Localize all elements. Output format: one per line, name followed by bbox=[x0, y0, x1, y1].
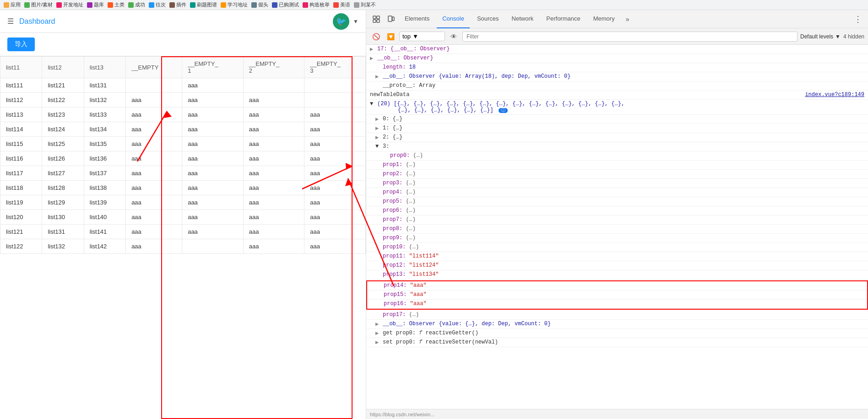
table-cell[interactable]: aaa bbox=[182, 78, 244, 93]
bookmark-jue[interactable]: 倔头 bbox=[251, 1, 268, 8]
bookmark-map[interactable]: 刷题图谱 bbox=[190, 1, 217, 8]
table-cell[interactable]: list117 bbox=[0, 166, 42, 181]
table-cell[interactable]: list112 bbox=[0, 93, 42, 107]
table-cell[interactable]: list122 bbox=[0, 239, 42, 254]
expand-arrow-icon[interactable]: ▶ bbox=[375, 134, 381, 141]
table-cell[interactable]: list136 bbox=[84, 151, 125, 166]
console-ban-btn[interactable]: 🚫 bbox=[370, 31, 382, 43]
table-cell[interactable]: aaa bbox=[126, 210, 182, 225]
table-cell[interactable]: aaa bbox=[243, 181, 304, 195]
table-cell[interactable]: list120 bbox=[0, 210, 42, 225]
bookmark-purchased[interactable]: 已购测试 bbox=[272, 1, 299, 8]
table-cell[interactable]: aaa bbox=[243, 122, 304, 137]
table-cell[interactable] bbox=[243, 78, 304, 93]
table-cell[interactable]: aaa bbox=[182, 151, 244, 166]
table-cell[interactable]: aaa bbox=[126, 225, 182, 239]
devtools-tab-memory[interactable]: Memory bbox=[588, 10, 620, 28]
bookmark-prev[interactable]: 往次 bbox=[149, 1, 166, 8]
expand-arrow-icon[interactable]: ▶ bbox=[375, 125, 381, 132]
table-cell[interactable]: aaa bbox=[243, 239, 304, 254]
expand-arrow-icon[interactable]: ▶ bbox=[375, 330, 381, 337]
bookmark-questions[interactable]: 题库 bbox=[87, 1, 104, 8]
default-levels-button[interactable]: Default levels ▼ bbox=[800, 33, 841, 40]
bookmark-soil[interactable]: 土类 bbox=[108, 1, 125, 8]
table-cell[interactable]: list119 bbox=[0, 195, 42, 210]
table-cell[interactable]: list121 bbox=[42, 78, 84, 93]
bookmark-success[interactable]: 成功 bbox=[128, 1, 145, 8]
console-output[interactable]: ▶ 17: {__ob__: Observer} ▶ __ob__: Obser… bbox=[366, 45, 868, 409]
table-cell[interactable]: aaa bbox=[304, 166, 366, 181]
table-cell[interactable]: list134 bbox=[84, 122, 125, 137]
table-cell[interactable]: aaa bbox=[304, 225, 366, 239]
table-cell[interactable]: list118 bbox=[0, 181, 42, 195]
table-cell[interactable] bbox=[126, 78, 182, 93]
console-eye-btn[interactable]: 👁 bbox=[448, 31, 460, 43]
table-cell[interactable]: aaa bbox=[126, 166, 182, 181]
table-cell[interactable]: list121 bbox=[0, 225, 42, 239]
expand-arrow-icon[interactable]: ▶ bbox=[370, 46, 375, 53]
table-cell[interactable]: aaa bbox=[126, 151, 182, 166]
bookmark-plugin[interactable]: 插件 bbox=[169, 1, 186, 8]
devtools-inspect-btn[interactable] bbox=[370, 13, 383, 26]
expand-arrow-icon[interactable]: ▶ bbox=[375, 321, 381, 328]
table-cell[interactable]: list139 bbox=[84, 195, 125, 210]
table-cell[interactable]: aaa bbox=[182, 137, 244, 151]
table-cell[interactable]: list113 bbox=[0, 107, 42, 122]
table-cell[interactable]: aaa bbox=[304, 137, 366, 151]
devtools-tab-performance[interactable]: Performance bbox=[541, 10, 586, 28]
table-cell[interactable]: aaa bbox=[304, 122, 366, 137]
table-cell[interactable]: aaa bbox=[243, 225, 304, 239]
table-cell[interactable]: aaa bbox=[182, 122, 244, 137]
table-cell[interactable]: list129 bbox=[42, 195, 84, 210]
table-cell[interactable]: list132 bbox=[42, 239, 84, 254]
table-cell[interactable]: aaa bbox=[126, 239, 182, 254]
more-tabs-button[interactable]: » bbox=[622, 13, 633, 26]
console-source-link[interactable]: index.vue?c189:149 bbox=[805, 91, 864, 98]
table-cell[interactable]: aaa bbox=[126, 195, 182, 210]
top-select[interactable]: top ▼ bbox=[399, 32, 445, 41]
table-cell[interactable]: aaa bbox=[243, 107, 304, 122]
table-cell[interactable]: aaa bbox=[126, 137, 182, 151]
table-cell[interactable]: aaa bbox=[182, 166, 244, 181]
expand-arrow-icon[interactable]: ▶ bbox=[370, 55, 375, 62]
table-container[interactable]: list11 list12 list13 __EMPTY __EMPTY_1 _… bbox=[0, 56, 366, 419]
table-cell[interactable]: list127 bbox=[42, 166, 84, 181]
table-cell[interactable] bbox=[304, 93, 366, 107]
console-filter-input[interactable] bbox=[462, 32, 797, 42]
table-cell[interactable]: list124 bbox=[42, 122, 84, 137]
table-cell[interactable]: list116 bbox=[0, 151, 42, 166]
devtools-tab-console[interactable]: Console bbox=[437, 10, 470, 28]
table-cell[interactable]: list123 bbox=[42, 107, 84, 122]
devtools-device-btn[interactable] bbox=[385, 13, 397, 26]
devtools-tab-sources[interactable]: Sources bbox=[472, 10, 505, 28]
table-cell[interactable]: aaa bbox=[182, 93, 244, 107]
table-cell[interactable]: aaa bbox=[243, 210, 304, 225]
table-cell[interactable]: aaa bbox=[243, 151, 304, 166]
table-cell[interactable]: aaa bbox=[126, 181, 182, 195]
table-cell[interactable] bbox=[304, 78, 366, 93]
bookmark-apps[interactable]: 应用 bbox=[4, 1, 21, 8]
devtools-tab-network[interactable]: Network bbox=[506, 10, 539, 28]
devtools-settings-btn[interactable]: ⋮ bbox=[852, 13, 864, 26]
table-cell[interactable]: aaa bbox=[243, 166, 304, 181]
table-cell[interactable]: list131 bbox=[84, 78, 125, 93]
table-cell[interactable]: list131 bbox=[42, 225, 84, 239]
table-cell[interactable]: list122 bbox=[42, 93, 84, 107]
table-cell[interactable]: aaa bbox=[182, 107, 244, 122]
table-cell[interactable]: aaa bbox=[182, 225, 244, 239]
expand-arrow-icon[interactable]: ▶ bbox=[375, 339, 381, 346]
table-cell[interactable]: list114 bbox=[0, 122, 42, 137]
table-cell[interactable]: aaa bbox=[304, 181, 366, 195]
table-cell[interactable]: aaa bbox=[182, 210, 244, 225]
console-filter-btn[interactable]: 🔽 bbox=[385, 31, 396, 43]
table-cell[interactable]: aaa bbox=[304, 151, 366, 166]
table-cell[interactable]: list132 bbox=[84, 93, 125, 107]
table-cell[interactable]: list125 bbox=[42, 137, 84, 151]
table-cell[interactable]: list128 bbox=[42, 181, 84, 195]
table-cell[interactable]: list115 bbox=[0, 137, 42, 151]
table-cell[interactable]: list126 bbox=[42, 151, 84, 166]
table-cell[interactable]: aaa bbox=[304, 195, 366, 210]
table-cell[interactable]: aaa bbox=[304, 239, 366, 254]
table-cell[interactable]: aaa bbox=[126, 122, 182, 137]
table-cell[interactable]: list130 bbox=[42, 210, 84, 225]
